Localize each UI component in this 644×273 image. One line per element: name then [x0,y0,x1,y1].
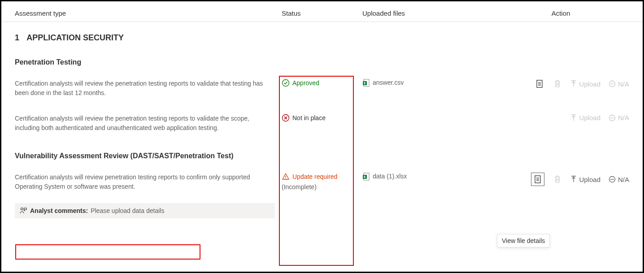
header-files: Uploaded files [362,9,492,17]
svg-point-22 [21,208,23,210]
upload-arrow-icon [570,114,577,121]
status-cell: Update required (Incomplete) [282,173,362,191]
upload-arrow-icon [570,176,577,183]
excel-file-icon [362,79,370,86]
annotation-highlight-comments [15,244,200,260]
upload-button: Upload [570,80,600,88]
person-feedback-icon [19,207,27,215]
upload-arrow-icon [570,80,577,87]
analyst-comments-label: Analyst comments: [30,207,88,214]
svg-point-0 [283,80,289,87]
section-title: APPLICATION SECURITY [26,33,124,42]
row-description: Certification analysts will review the p… [15,79,282,98]
checkmark-circle-icon [282,79,290,87]
na-button: N/A [609,114,629,121]
subsection-title: Penetration Testing [1,47,643,71]
svg-point-13 [285,178,286,179]
status-sublabel: (Incomplete) [282,183,362,191]
section-header: 1 APPLICATION SECURITY [1,22,643,47]
analyst-comments-text: Please upload data details [91,207,164,214]
excel-file-icon [362,173,370,180]
table-row: Certification analysts will review the p… [1,106,643,141]
status-cell: Not in place [282,114,362,122]
na-circle-icon [609,114,616,121]
file-name: answer.csv [373,79,404,86]
na-button: N/A [609,80,629,88]
status-cell: Approved [282,79,362,87]
file-cell: answer.csv [362,79,492,86]
analyst-comments: Analyst comments: Please upload data det… [15,203,275,218]
delete-button [553,79,562,89]
row-description: Certification analysts will review penet… [15,173,282,191]
header-assessment: Assessment type [15,9,282,17]
row-description: Certification analysts will review the p… [15,114,282,133]
tooltip: View file details [497,234,550,247]
action-cell: Upload N/A [492,173,629,186]
table-row: Certification analysts will review penet… [1,165,643,199]
action-cell: Upload N/A [492,79,629,89]
subsection-title: Vulnerability Assessment Review (DAST/SA… [1,141,643,165]
delete-button [553,174,562,184]
upload-button: Upload [570,114,600,121]
file-cell: data (1).xlsx [362,173,492,180]
na-circle-icon [609,80,616,87]
warning-triangle-icon [282,173,290,181]
view-file-details-button[interactable] [531,173,544,186]
header-action: Action [492,9,629,17]
status-label: Not in place [292,114,326,121]
action-cell: Upload N/A [492,114,629,121]
file-name: data (1).xlsx [373,173,407,180]
na-circle-icon [609,176,616,183]
status-label: Update required [292,173,337,180]
upload-button[interactable]: Upload [570,176,600,183]
header-status: Status [282,9,362,17]
status-label: Approved [292,79,319,87]
view-file-details-button[interactable] [535,79,544,89]
section-number: 1 [15,33,19,43]
table-header: Assessment type Status Uploaded files Ac… [1,6,643,22]
table-row: Certification analysts will review the p… [1,71,643,106]
x-circle-icon [282,114,290,122]
na-button[interactable]: N/A [609,176,629,183]
assessment-container: Assessment type Status Uploaded files Ac… [0,0,644,273]
